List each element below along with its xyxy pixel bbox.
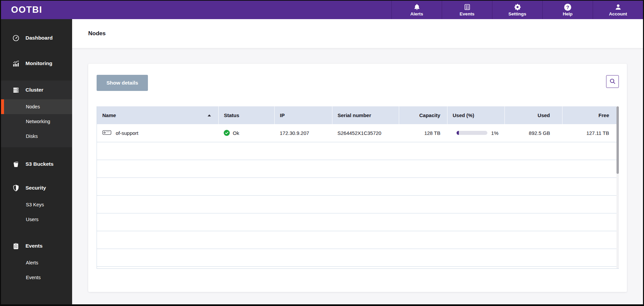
empty-table-row	[97, 213, 619, 231]
node-capacity: 128 TB	[399, 124, 447, 142]
nodes-table-wrap: Name Status IP Serial number Capacity Us…	[97, 106, 619, 269]
gauge-icon	[12, 34, 20, 42]
table-scrollbar-thumb[interactable]	[616, 106, 619, 174]
column-name-label: Name	[102, 112, 116, 118]
used-percent-progress-fill	[457, 131, 459, 135]
sidebar-item-security[interactable]: Security	[1, 178, 72, 197]
sidebar-item-monitoring[interactable]: Monitoring	[1, 54, 72, 73]
column-serial-label: Serial number	[338, 112, 371, 118]
sidebar-nodes-label: Nodes	[26, 104, 40, 109]
empty-table-row	[97, 177, 619, 195]
show-details-button[interactable]: Show details	[97, 75, 148, 91]
sort-ascending-icon	[208, 114, 211, 116]
nodes-table: Name Status IP Serial number Capacity Us…	[97, 106, 619, 268]
page-header: Nodes	[72, 19, 643, 48]
node-free: 127.11 TB	[562, 124, 619, 142]
clipboard-icon	[12, 242, 20, 250]
used-percent-progress-bar	[457, 131, 487, 135]
node-row[interactable]: of-support Ok	[97, 124, 619, 142]
sidebar: Dashboard Monitoring Cluster Nodes Netwo…	[1, 19, 72, 304]
topnav-alerts[interactable]: Alerts	[391, 1, 442, 19]
column-header-free[interactable]: Free	[562, 106, 619, 124]
node-status: Ok	[233, 130, 239, 136]
sidebar-item-disks[interactable]: Disks	[1, 129, 72, 144]
sidebar-s3-buckets-label: S3 Buckets	[25, 161, 54, 167]
partial-table-row	[97, 266, 619, 268]
empty-table-row	[97, 249, 619, 266]
empty-table-row	[97, 195, 619, 213]
search-icon	[609, 78, 616, 86]
sidebar-events-label: Events	[25, 243, 43, 249]
page-title: Nodes	[88, 30, 106, 37]
topnav-settings[interactable]: Settings	[492, 1, 542, 19]
node-appliance-icon	[102, 130, 111, 137]
sidebar-item-alerts[interactable]: Alerts	[1, 255, 72, 270]
sidebar-users-label: Users	[26, 217, 39, 222]
column-header-used-percent[interactable]: Used (%)	[447, 106, 504, 124]
sidebar-item-s3-keys[interactable]: S3 Keys	[1, 197, 72, 212]
table-scrollbar-track[interactable]	[616, 106, 619, 268]
search-button[interactable]	[606, 75, 619, 88]
column-header-serial[interactable]: Serial number	[332, 106, 399, 124]
sidebar-monitoring-label: Monitoring	[25, 60, 52, 66]
topnav-alerts-label: Alerts	[410, 11, 423, 16]
column-status-label: Status	[224, 112, 239, 118]
sidebar-item-users[interactable]: Users	[1, 212, 72, 227]
column-used-label: Used	[538, 112, 550, 118]
bar-chart-icon	[12, 60, 20, 67]
empty-table-row	[97, 142, 619, 160]
column-header-capacity[interactable]: Capacity	[399, 106, 447, 124]
topnav-help[interactable]: ? Help	[542, 1, 593, 19]
column-used-percent-label: Used (%)	[453, 112, 474, 118]
nodes-card: Show details	[88, 64, 627, 292]
topnav-help-label: Help	[563, 11, 573, 16]
empty-table-row	[97, 231, 619, 249]
server-stack-icon	[12, 86, 20, 94]
sidebar-dashboard-label: Dashboard	[25, 35, 53, 41]
node-used: 892.5 GB	[504, 124, 562, 142]
column-capacity-label: Capacity	[419, 112, 440, 118]
sidebar-events-sub-label: Events	[26, 275, 41, 280]
topnav-settings-label: Settings	[508, 11, 526, 16]
topnav-events-label: Events	[460, 11, 474, 16]
sidebar-networking-label: Networking	[26, 119, 50, 124]
sidebar-item-dashboard[interactable]: Dashboard	[1, 29, 72, 47]
gear-icon	[514, 3, 521, 11]
sidebar-cluster-label: Cluster	[25, 87, 43, 93]
column-ip-label: IP	[280, 112, 285, 118]
sidebar-security-label: Security	[25, 185, 46, 191]
user-icon	[614, 3, 622, 11]
topnav: Alerts Events Settings ? Help	[391, 1, 643, 19]
help-icon: ?	[564, 4, 571, 11]
node-used-percent: 1%	[491, 130, 498, 136]
bucket-icon	[12, 160, 20, 168]
topnav-account[interactable]: Account	[593, 1, 643, 19]
bell-icon	[413, 3, 421, 11]
sidebar-item-nodes[interactable]: Nodes	[1, 99, 72, 114]
table-header-row: Name Status IP Serial number Capacity Us…	[97, 106, 619, 124]
status-ok-icon	[224, 130, 230, 136]
empty-table-row	[97, 160, 619, 177]
sidebar-item-networking[interactable]: Networking	[1, 114, 72, 129]
app-window: OOTBI Alerts Events Settings	[0, 0, 644, 306]
sidebar-item-events[interactable]: Events	[1, 237, 72, 255]
topnav-events[interactable]: Events	[442, 1, 492, 19]
sidebar-item-s3-buckets[interactable]: S3 Buckets	[1, 155, 72, 173]
column-header-name[interactable]: Name	[97, 106, 218, 124]
topnav-account-label: Account	[609, 11, 627, 16]
column-header-status[interactable]: Status	[218, 106, 274, 124]
column-header-ip[interactable]: IP	[274, 106, 332, 124]
column-free-label: Free	[598, 112, 609, 118]
node-name: of-support	[116, 130, 139, 136]
shield-icon	[12, 184, 20, 192]
node-serial: S264452X1C35720	[332, 124, 399, 142]
sidebar-item-events-sub[interactable]: Events	[1, 270, 72, 285]
sidebar-item-cluster[interactable]: Cluster	[1, 81, 72, 99]
sidebar-disks-label: Disks	[26, 134, 38, 139]
node-ip: 172.30.9.207	[274, 124, 332, 142]
card-toolbar: Show details	[97, 75, 619, 91]
sidebar-s3-keys-label: S3 Keys	[26, 202, 44, 207]
sidebar-alerts-label: Alerts	[26, 260, 38, 265]
column-header-used[interactable]: Used	[504, 106, 562, 124]
sidebar-cluster-section: Cluster Nodes Networking Disks	[1, 81, 72, 147]
